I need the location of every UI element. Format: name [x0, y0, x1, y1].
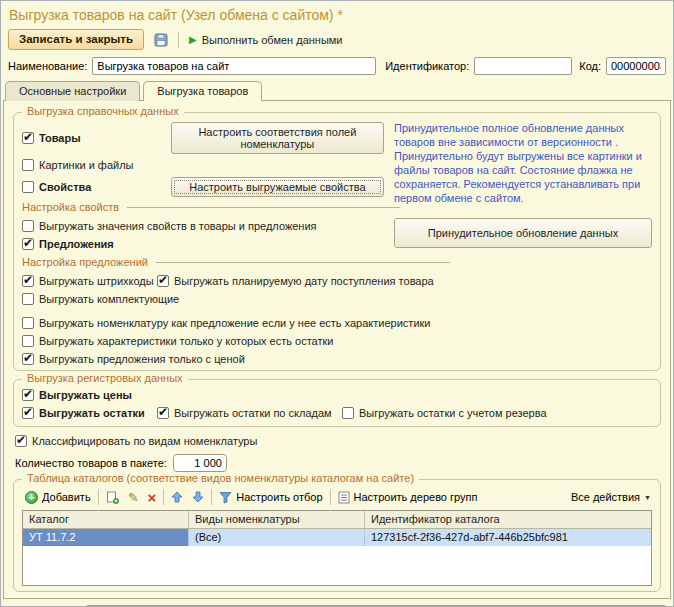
tab-main-settings[interactable]: Основные настройки — [5, 81, 140, 101]
offers-section-header: Настройка предложений — [22, 256, 450, 268]
properties-section-label: Настройка свойств — [22, 201, 119, 213]
run-exchange-button[interactable]: ▶ Выполнить обмен данными — [185, 32, 347, 48]
name-label: Наименование: — [8, 60, 87, 72]
save-button[interactable] — [150, 30, 172, 50]
checkbox-nomenclature-as-offer[interactable]: Выгружать номенклатуру как предложение е… — [22, 317, 652, 329]
checkbox-stock-label: Выгружать остатки — [39, 407, 157, 419]
edit-button[interactable]: ✎ — [126, 490, 141, 505]
checkbox-property-values[interactable]: Выгружать значения свойств в товары и пр… — [22, 220, 384, 232]
checkbox-properties-box[interactable] — [22, 181, 34, 193]
play-icon: ▶ — [189, 35, 197, 45]
classify-row: Классифицировать по видам номенклатуры — [9, 435, 665, 447]
register-data-group-title: Выгрузка регистровых данных — [22, 372, 188, 384]
cell-identifier[interactable]: 127315cf-2f36-427d-abf7-446b25bfc981 — [365, 529, 651, 546]
checkbox-stock-with-reserve[interactable]: Выгружать остатки с учетом резерва — [342, 407, 547, 419]
force-update-panel: Принудительное полное обновление данных … — [394, 121, 652, 248]
checkbox-stock-by-warehouse-label: Выгружать остатки по складам — [174, 407, 342, 419]
checkbox-properties[interactable]: Свойства — [22, 181, 171, 193]
checkbox-properties-label: Свойства — [39, 181, 91, 193]
page-title: Выгрузка товаров на сайт (Узел обмена с … — [1, 1, 673, 26]
tab-goods-upload[interactable]: Выгрузка товаров — [143, 81, 262, 101]
checkbox-planned-date-box[interactable] — [157, 275, 169, 287]
checkbox-offers[interactable]: Предложения — [22, 238, 384, 250]
column-header-kinds[interactable]: Виды номенклатуры — [189, 511, 365, 529]
arrow-up-icon — [171, 491, 183, 503]
force-update-button[interactable]: Принудительное обновление данных — [394, 218, 652, 248]
checkbox-barcodes[interactable]: Выгружать штрихкоды — [22, 275, 157, 287]
add-button-label: Добавить — [42, 491, 91, 503]
configure-group-tree-button[interactable]: Настроить дерево групп — [336, 490, 480, 505]
checkbox-components[interactable]: Выгружать комплектующие — [22, 293, 384, 305]
code-input[interactable] — [606, 57, 666, 75]
checkbox-stock-by-warehouse-box[interactable] — [157, 407, 169, 419]
delete-button[interactable]: × — [146, 490, 159, 505]
configure-exported-properties-button[interactable]: Настроить выгружаемые свойства — [171, 177, 384, 197]
checkbox-offers-box[interactable] — [22, 238, 34, 250]
reference-data-group-title: Выгрузка справочных данных — [22, 105, 184, 117]
checkbox-property-values-box[interactable] — [22, 220, 34, 232]
checkbox-classify-box[interactable] — [15, 435, 27, 447]
checkbox-chars-with-stock-label: Выгружать характеристики только у которы… — [39, 335, 333, 347]
checkbox-offers-with-price[interactable]: Выгружать предложения только с ценой — [22, 353, 652, 365]
checkbox-goods[interactable]: Товары — [22, 132, 171, 144]
checkbox-pictures-box[interactable] — [22, 159, 34, 171]
add-button[interactable]: + Добавить — [23, 490, 93, 505]
move-up-button[interactable] — [169, 490, 185, 504]
package-size-input[interactable] — [173, 454, 227, 472]
checkbox-stock-box[interactable] — [22, 407, 34, 419]
configure-filter-button[interactable]: Настроить отбор — [217, 490, 324, 505]
checkbox-classify[interactable]: Классифицировать по видам номенклатуры — [15, 435, 257, 447]
checkbox-chars-with-stock[interactable]: Выгружать характеристики только у которы… — [22, 335, 652, 347]
checkbox-stock-by-warehouse[interactable]: Выгружать остатки по складам — [157, 407, 342, 419]
identifier-input[interactable] — [474, 57, 572, 75]
reference-data-left: Товары Настроить соответствия полей номе… — [22, 122, 384, 365]
checkbox-prices-box[interactable] — [22, 389, 34, 401]
all-actions-label: Все действия — [571, 491, 640, 503]
checkbox-planned-date[interactable]: Выгружать планируемую дату поступления т… — [157, 275, 434, 287]
chevron-down-icon: ▼ — [644, 494, 651, 501]
checkbox-planned-date-label: Выгружать планируемую дату поступления т… — [174, 275, 434, 287]
tab-strip: Основные настройки Выгрузка товаров — [1, 81, 673, 101]
add-icon: + — [25, 491, 38, 504]
tab-panel: Выгрузка справочных данных Принудительно… — [3, 100, 671, 599]
all-actions-button[interactable]: Все действия ▼ — [571, 491, 651, 503]
properties-section-header: Настройка свойств — [22, 201, 400, 213]
toolbar-separator — [98, 489, 99, 505]
checkbox-prices[interactable]: Выгружать цены — [22, 389, 652, 401]
checkbox-offers-with-price-box[interactable] — [22, 353, 34, 365]
cell-kinds[interactable]: (Все) — [189, 529, 365, 546]
toolbar-separator — [330, 489, 331, 505]
checkbox-chars-with-stock-box[interactable] — [22, 335, 34, 347]
checkbox-nomenclature-as-offer-box[interactable] — [22, 317, 34, 329]
checkbox-offers-label: Предложения — [39, 238, 114, 250]
catalog-table[interactable]: Каталог Виды номенклатуры Идентификатор … — [22, 510, 652, 586]
reference-data-group: Выгрузка справочных данных Принудительно… — [13, 112, 661, 371]
floppy-disk-icon — [154, 33, 168, 47]
checkbox-stock-with-reserve-box[interactable] — [342, 407, 354, 419]
tree-list-icon — [338, 491, 350, 504]
checkbox-stock[interactable]: Выгружать остатки — [22, 407, 157, 419]
cell-catalog[interactable]: УТ 11.7.2 — [23, 529, 189, 546]
copy-button[interactable] — [104, 490, 121, 505]
checkbox-offers-with-price-label: Выгружать предложения только с ценой — [39, 353, 245, 365]
configure-field-matching-button[interactable]: Настроить соответствия полей номенклатур… — [171, 122, 384, 154]
checkbox-classify-label: Классифицировать по видам номенклатуры — [32, 435, 257, 447]
checkbox-pictures[interactable]: Картинки и файлы — [22, 159, 384, 171]
configure-group-tree-label: Настроить дерево групп — [354, 491, 478, 503]
table-row[interactable]: УТ 11.7.2 (Все) 127315cf-2f36-427d-abf7-… — [23, 529, 651, 546]
save-and-close-button[interactable]: Записать и закрыть — [8, 29, 144, 50]
move-down-button[interactable] — [190, 490, 206, 504]
name-input[interactable] — [92, 57, 376, 75]
checkbox-goods-box[interactable] — [22, 132, 34, 144]
configure-filter-label: Настроить отбор — [236, 491, 322, 503]
checkbox-barcodes-box[interactable] — [22, 275, 34, 287]
column-header-catalog[interactable]: Каталог — [23, 511, 189, 529]
delete-icon: × — [148, 491, 157, 504]
catalog-table-toolbar: + Добавить ✎ × — [22, 489, 652, 505]
checkbox-pictures-label: Картинки и файлы — [39, 159, 134, 171]
checkbox-components-box[interactable] — [22, 293, 34, 305]
column-header-identifier[interactable]: Идентификатор каталога — [365, 511, 651, 529]
section-divider — [156, 262, 450, 263]
identifier-label: Идентификатор: — [385, 60, 469, 72]
checkbox-barcodes-label: Выгружать штрихкоды — [39, 275, 157, 287]
